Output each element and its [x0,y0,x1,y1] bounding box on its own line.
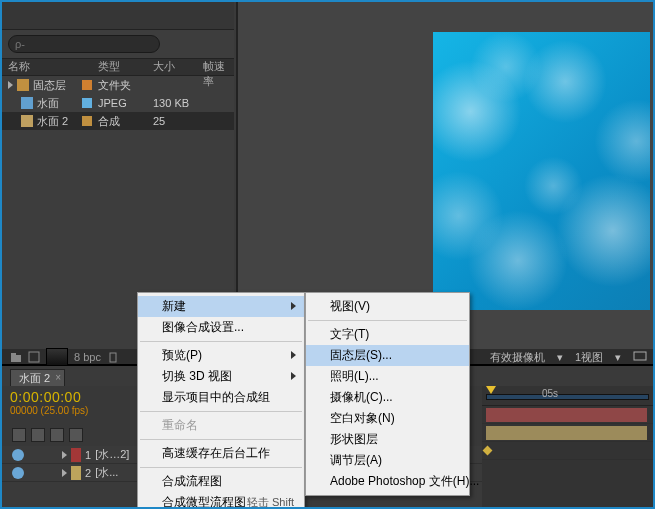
disclosure-icon[interactable] [62,451,67,459]
row-size: 25 [153,115,203,127]
timeline-tab[interactable]: 水面 2 × [10,369,65,386]
row-name: 水面 [37,96,59,111]
menu-item-camera[interactable]: 摄像机(C)... [306,387,469,408]
project-column-header[interactable]: 名称 类型 大小 帧速率 [2,58,234,76]
menu-item-adjustment[interactable]: 调节层(A) [306,450,469,471]
row-name: 水面 2 [37,114,68,129]
menu-item-mini-flow[interactable]: 合成微型流程图轻击 Shift [138,492,304,509]
visibility-toggle[interactable] [12,467,24,479]
row-type: 合成 [98,114,153,129]
label-color[interactable] [82,80,92,90]
svg-rect-3 [110,353,116,362]
blur-toggle-icon[interactable] [69,428,83,442]
col-label[interactable] [82,59,98,75]
layer-bar[interactable] [486,426,647,440]
layer-track[interactable] [482,406,653,424]
layer-track[interactable] [482,424,653,442]
keyframe-icon[interactable] [483,446,493,456]
submenu-arrow-icon [291,372,296,380]
menu-separator [140,411,302,412]
menu-item-photoshop[interactable]: Adobe Photoshop 文件(H)... [306,471,469,492]
layer-track[interactable] [482,442,653,460]
menu-item-null[interactable]: 空白对象(N) [306,408,469,429]
bit-depth-label[interactable]: 8 bpc [74,351,101,363]
layer-bar[interactable] [486,408,647,422]
search-icon[interactable] [12,428,26,442]
menu-separator [140,439,302,440]
viewer-monitor-icon[interactable] [627,351,653,363]
timecode-sub: 00000 (25.00 fps) [10,405,88,416]
project-row[interactable]: 固态层 文件夹 [2,76,234,94]
label-color[interactable] [82,116,92,126]
menu-item-text[interactable]: 文字(T) [306,324,469,345]
label-color[interactable] [82,98,92,108]
row-name: 固态层 [33,78,66,93]
close-icon[interactable]: × [55,372,61,383]
disclosure-icon[interactable] [8,81,13,89]
dropdown-icon[interactable]: ▾ [615,351,621,364]
menu-item-switch-3d[interactable]: 切换 3D 视图 [138,366,304,387]
playhead-icon[interactable] [486,386,496,394]
svg-rect-0 [11,355,21,362]
project-rows: 固态层 文件夹 水面 JPEG 130 KB 水面 2 合成 25 [2,76,234,130]
menu-item-solid[interactable]: 固态层(S)... [306,345,469,366]
menu-item-comp-settings[interactable]: 图像合成设置... [138,317,304,338]
hide-toggle-icon[interactable] [50,428,64,442]
submenu-arrow-icon [291,302,296,310]
menu-separator [308,320,467,321]
project-row[interactable]: 水面 JPEG 130 KB [2,94,234,112]
layer-name: [水…2] [95,447,129,462]
shortcut-text: 轻击 Shift [247,495,294,509]
bit-depth-swatch[interactable] [46,348,68,366]
svg-rect-4 [634,352,646,360]
timecode-display[interactable]: 0:00:00:00 00000 (25.00 fps) [10,389,88,419]
col-type[interactable]: 类型 [98,59,153,75]
menu-item-preview[interactable]: 预览(P) [138,345,304,366]
col-size[interactable]: 大小 [153,59,203,75]
menu-separator [140,341,302,342]
row-size: 130 KB [153,97,203,109]
menu-item-rename: 重命名 [138,415,304,436]
layer-color[interactable] [71,448,81,462]
image-icon [21,97,33,109]
viewer-camera-select[interactable]: 有效摄像机 [484,350,551,365]
layer-number: 1 [85,449,91,461]
svg-rect-2 [29,352,39,362]
layer-number: 2 [85,467,91,479]
row-type: 文件夹 [98,78,153,93]
composition-preview[interactable] [433,32,650,310]
ruler-tick: 05s [542,388,558,399]
timeline-track-area[interactable]: 05s [482,386,653,507]
project-toolbar [2,2,234,30]
col-misc[interactable]: 帧速率 [203,59,234,75]
shy-toggle-icon[interactable] [31,428,45,442]
menu-item-shape[interactable]: 形状图层 [306,429,469,450]
layer-name: [水... [95,465,118,480]
timecode-value: 0:00:00:00 [10,389,88,405]
row-type: JPEG [98,97,153,109]
svg-rect-1 [11,353,16,356]
menu-item-viewer[interactable]: 视图(V) [306,296,469,317]
folder-icon[interactable] [10,351,22,363]
menu-item-light[interactable]: 照明(L)... [306,366,469,387]
context-submenu-new[interactable]: 视图(V) 文字(T) 固态层(S)... 照明(L)... 摄像机(C)...… [305,292,470,496]
delete-icon[interactable] [107,351,119,363]
context-menu[interactable]: 新建 图像合成设置... 预览(P) 切换 3D 视图 显示项目中的合成组 重命… [137,292,305,509]
comp-icon [21,115,33,127]
disclosure-icon[interactable] [62,469,67,477]
viewer-view-count[interactable]: 1视图 [569,350,609,365]
col-name[interactable]: 名称 [2,59,82,75]
visibility-toggle[interactable] [12,449,24,461]
water-texture-image [433,32,650,310]
dropdown-icon[interactable]: ▾ [557,351,563,364]
menu-item-comp-flow[interactable]: 合成流程图 [138,471,304,492]
layer-color[interactable] [71,466,81,480]
new-comp-icon[interactable] [28,351,40,363]
project-row[interactable]: 水面 2 合成 25 [2,112,234,130]
menu-item-cache-background[interactable]: 高速缓存在后台工作 [138,443,304,464]
menu-item-new[interactable]: 新建 [138,296,304,317]
time-ruler[interactable]: 05s [482,386,653,406]
menu-separator [140,467,302,468]
project-search-input[interactable] [8,35,160,53]
menu-item-reveal-in-project[interactable]: 显示项目中的合成组 [138,387,304,408]
